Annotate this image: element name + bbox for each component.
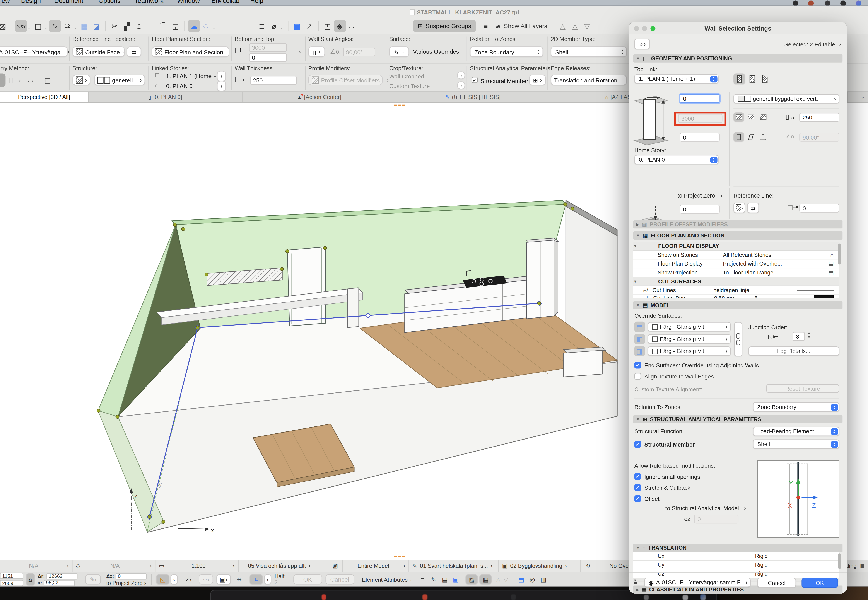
dr-field[interactable]: 12662 bbox=[47, 573, 77, 579]
surface-override-button[interactable]: ✎⌄ bbox=[389, 47, 409, 57]
marquee-button[interactable]: ▣› bbox=[216, 574, 231, 585]
wall-cropped-menu-button[interactable]: › bbox=[457, 71, 465, 79]
floor-plan-window-icon[interactable]: ◰ bbox=[322, 20, 334, 32]
list-item[interactable]: ⌐/ Cut Lines heldragen linje bbox=[633, 286, 839, 295]
structural-function-select[interactable]: Load-Bearing Element ▲▼ bbox=[753, 427, 839, 436]
capture-settings-icon[interactable]: ⬒ bbox=[516, 574, 527, 585]
menu-item-teamwork[interactable]: Teamwork bbox=[135, 0, 164, 4]
structural-member-settings-button[interactable]: ⊞› bbox=[529, 75, 546, 85]
menu-item-window[interactable]: Window bbox=[177, 0, 200, 4]
menu-item-document[interactable]: Document bbox=[54, 0, 83, 4]
layer-stack-icon[interactable]: ≡ bbox=[633, 579, 637, 588]
snap-menu-button[interactable]: › bbox=[264, 574, 271, 585]
pick-up-parameters-icon[interactable]: ◫ bbox=[32, 20, 44, 32]
top-offset-field[interactable]: 0 bbox=[680, 94, 720, 103]
wall-top-option-3[interactable] bbox=[759, 74, 771, 84]
hatch-toggle-segment[interactable]: ▨ bbox=[328, 560, 343, 572]
wireframe-3d-view-icon[interactable]: ▱ bbox=[346, 20, 358, 32]
relation-to-zones-select[interactable]: Zone Boundary ▲▼ bbox=[753, 402, 839, 412]
menubar-siri-icon[interactable] bbox=[856, 1, 861, 6]
resize-icon[interactable]: ◱ bbox=[170, 20, 182, 32]
relation-to-zones-select[interactable]: Zone Boundary ▲▼ bbox=[470, 47, 543, 57]
dock-app-icon[interactable] bbox=[511, 594, 516, 600]
stretch-cutback-checkbox[interactable]: ✓ Stretch & Cutback bbox=[634, 484, 690, 491]
pen-icon[interactable]: ✎ bbox=[428, 574, 439, 585]
junction-order-field[interactable]: 8 bbox=[793, 332, 805, 341]
fill-toggle-button[interactable]: ▨ bbox=[466, 574, 478, 585]
section-floor-plan-header[interactable]: ▼ ▨ FLOOR PLAN AND SECTION bbox=[633, 231, 842, 239]
triangle-down-icon[interactable]: ▽ bbox=[504, 576, 508, 583]
menu-item-options[interactable]: Options bbox=[99, 0, 121, 4]
menubar-control-center-icon[interactable] bbox=[840, 1, 846, 6]
dimension-icon[interactable]: 12 bbox=[61, 20, 73, 32]
coord-y-field[interactable]: 2609 bbox=[0, 580, 23, 586]
chevron-right-icon[interactable]: › bbox=[144, 580, 146, 586]
pen-override-button[interactable]: ✎› bbox=[85, 574, 101, 585]
wall-slant-type-button[interactable]: ▯› bbox=[308, 47, 325, 57]
coordinate-input-icon[interactable]: ↖XY bbox=[15, 20, 27, 32]
classical-column-icon[interactable]: ≣ bbox=[256, 20, 268, 32]
tracker-segment[interactable]: N/A› bbox=[0, 560, 73, 572]
align-texture-checkbox[interactable]: Align Texture to Wall Edges bbox=[634, 373, 714, 380]
reference-line-flip-button[interactable]: ⇄ bbox=[747, 203, 759, 213]
chevron-down-icon[interactable]: ⌄ bbox=[280, 25, 284, 30]
chevron-right-icon[interactable]: › bbox=[721, 192, 722, 198]
chevron-down-icon[interactable]: ⌄ bbox=[73, 25, 77, 30]
delta-toggle-button[interactable]: Δ bbox=[26, 573, 35, 586]
surface-2-select[interactable]: Färg - Glansig Vit › bbox=[648, 334, 731, 344]
list-item[interactable]: Show on Stories All Relevant Stories ⌂ bbox=[633, 251, 839, 260]
chevron-down-icon[interactable]: ⌄ bbox=[27, 25, 31, 30]
reference-line-location-select[interactable]: Outside Face› bbox=[73, 47, 125, 57]
table-row[interactable]: Ux Rigid bbox=[633, 552, 839, 561]
floor-plan-display-subheader[interactable]: ▼ FLOOR PLAN DISPLAY bbox=[633, 242, 839, 251]
ok-button[interactable]: OK bbox=[801, 578, 838, 588]
composite-select[interactable]: generell...› bbox=[94, 75, 145, 85]
menubar-gear-icon[interactable] bbox=[825, 1, 830, 6]
section-structural-header[interactable]: ▼ ⊞ STRUCTURAL ANALYTICAL PARAMETERS bbox=[633, 415, 842, 423]
layers-icon[interactable]: ≡ bbox=[480, 20, 492, 32]
compass-icon[interactable]: ⌀ bbox=[268, 20, 280, 32]
3d-orbit-icon[interactable]: ↗ bbox=[303, 20, 316, 32]
surface-face-2-button[interactable]: ◧ bbox=[634, 334, 645, 344]
window-title-bar[interactable]: STARTMALL_KLARKZENIT_AC27.tpl bbox=[0, 6, 868, 18]
profile-offset-modifiers-button[interactable]: Profile Offset Modifiers...› bbox=[308, 75, 382, 85]
show-all-layers-label[interactable]: Show All Layers bbox=[504, 23, 548, 29]
tab-overflow-chevron-icon[interactable]: ⌄ bbox=[861, 95, 865, 100]
structural-member-checkbox[interactable]: ✓ Structural Member bbox=[634, 441, 695, 448]
cut-surfaces-subheader[interactable]: ▼ CUT SURFACES bbox=[633, 277, 839, 286]
reset-texture-button[interactable]: Reset Texture bbox=[766, 384, 839, 393]
tab-perspective[interactable]: Perspective [3D / All] bbox=[0, 92, 88, 102]
structural-member-checkbox[interactable]: ✓ bbox=[472, 77, 478, 83]
home-story-menu-button[interactable]: › bbox=[217, 81, 226, 91]
chevron-down-icon[interactable]: ⌄ bbox=[212, 25, 216, 30]
guide-lines-menu-button[interactable]: › bbox=[170, 574, 178, 585]
cancel-button[interactable]: Cancel bbox=[757, 578, 796, 588]
base-offset-field[interactable]: 0 bbox=[680, 205, 720, 214]
end-face-option-3[interactable] bbox=[758, 112, 768, 122]
adjust-icon[interactable]: ▞ bbox=[121, 20, 133, 32]
grid-toggle-button[interactable]: ▦ bbox=[480, 574, 492, 585]
a-field[interactable]: 95,22° bbox=[44, 580, 75, 586]
list-item[interactable]: Floor Plan Display Projected with Overhe… bbox=[633, 259, 839, 268]
scrollbar-thumb[interactable] bbox=[838, 553, 841, 569]
end-face-option-1[interactable] bbox=[733, 112, 744, 122]
chevron-right-icon[interactable]: › bbox=[299, 48, 301, 55]
fillet-icon[interactable]: ⌒ bbox=[157, 20, 170, 32]
surface-1-select[interactable]: Färg - Glansig Vit › bbox=[648, 322, 731, 332]
element-attributes-label[interactable]: Element Attributes bbox=[362, 576, 408, 583]
menu-item-design[interactable]: Design bbox=[21, 0, 41, 4]
slant-angle-field[interactable]: 90,00° bbox=[343, 47, 375, 56]
surface-face-3-button[interactable]: ◨ bbox=[634, 346, 645, 356]
slant-option-double[interactable] bbox=[758, 132, 768, 142]
tab-til-sis[interactable]: ✎(!) TIL SIS [TIL SIS] bbox=[396, 92, 550, 102]
top-story-menu-button[interactable]: › bbox=[217, 71, 226, 81]
floor-plan-section-select[interactable]: Floor Plan and Section...› bbox=[152, 47, 229, 57]
box-method-icon[interactable]: ▱ bbox=[28, 76, 33, 85]
scrollbar-thumb[interactable] bbox=[838, 244, 841, 264]
element-favorite-selector[interactable]: A-01SC--E-- Yttervägga...› bbox=[0, 47, 68, 57]
triangle-up-icon[interactable]: △ bbox=[569, 20, 581, 32]
slant-option-slanted[interactable] bbox=[746, 132, 756, 142]
chevron-down-icon[interactable]: ⌄ bbox=[409, 577, 413, 582]
ez-field[interactable]: 0 bbox=[694, 515, 739, 524]
snap-half-button[interactable]: ⌗ bbox=[250, 574, 263, 585]
